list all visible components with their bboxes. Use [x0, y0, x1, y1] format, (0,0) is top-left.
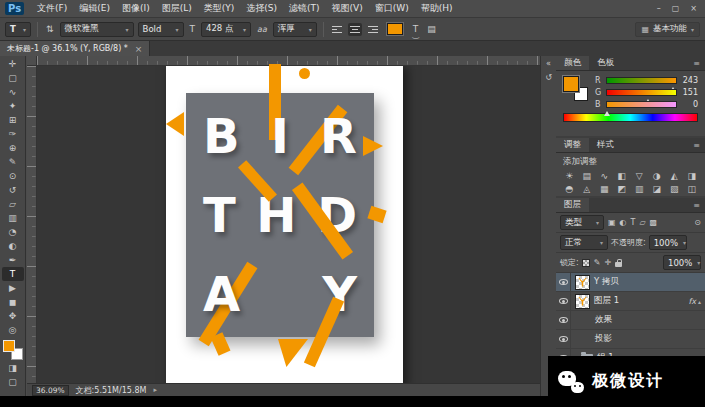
pen-tool[interactable]: ✒: [2, 253, 24, 267]
text-orientation-icon[interactable]: ⇅: [44, 24, 56, 34]
panel-menu-icon[interactable]: ≡: [688, 59, 705, 68]
path-selection-tool[interactable]: ▶: [2, 281, 24, 295]
tab-close-icon[interactable]: ×: [135, 44, 143, 54]
menu-item-2[interactable]: 编辑(E): [73, 0, 116, 17]
tool-preset-picker[interactable]: T: [5, 22, 31, 37]
font-style-select[interactable]: Bold: [138, 22, 184, 37]
layer-row[interactable]: Y 拷贝: [556, 273, 705, 292]
exposure-icon[interactable]: ◧: [614, 170, 631, 182]
text-color-swatch[interactable]: [387, 23, 403, 35]
canvas-area[interactable]: BIRTHDAY: [27, 56, 540, 383]
document-tab[interactable]: 未标题-1 @ 36.1% (Y, RGB/8) * ×: [0, 41, 150, 56]
posterize-icon[interactable]: ▥: [631, 183, 648, 195]
align-right-icon[interactable]: [366, 23, 380, 36]
layer-row[interactable]: 投影: [556, 330, 705, 349]
layer-row[interactable]: 效果: [556, 311, 705, 330]
toggle-panels-icon[interactable]: ▤: [425, 24, 438, 34]
align-left-icon[interactable]: [330, 23, 344, 36]
tab-styles[interactable]: 样式: [589, 138, 622, 152]
channel-slider[interactable]: [606, 89, 677, 96]
crop-tool[interactable]: ⊞: [2, 113, 24, 127]
lock-position-icon[interactable]: ✛: [604, 258, 611, 267]
levels-icon[interactable]: ▤: [579, 170, 596, 182]
panel-menu-icon[interactable]: ≡: [688, 141, 705, 150]
brightness-contrast-icon[interactable]: ☀: [561, 170, 578, 182]
status-arrow-icon[interactable]: ▸: [153, 386, 157, 394]
filter-adjustment-icon[interactable]: ◐: [620, 218, 627, 227]
eraser-tool[interactable]: ▱: [2, 197, 24, 211]
quick-selection-tool[interactable]: ✦: [2, 99, 24, 113]
threshold-icon[interactable]: ◪: [649, 183, 666, 195]
brush-tool[interactable]: ✎: [2, 155, 24, 169]
filter-shape-icon[interactable]: ▱: [639, 218, 645, 227]
quick-mask-icon[interactable]: ◨: [2, 361, 24, 375]
maximize-button[interactable]: ▢: [672, 4, 680, 13]
lasso-tool[interactable]: ∿: [2, 85, 24, 99]
vibrance-icon[interactable]: ▽: [631, 170, 648, 182]
warp-text-icon[interactable]: T: [410, 24, 422, 34]
menu-item-8[interactable]: 视图(V): [326, 0, 369, 17]
history-panel-icon[interactable]: ↺: [545, 73, 552, 82]
black-white-icon[interactable]: ◨: [684, 170, 701, 182]
hand-tool[interactable]: ✥: [2, 309, 24, 323]
shape-tool[interactable]: ◼: [2, 295, 24, 309]
vertical-ruler[interactable]: [27, 66, 37, 383]
align-center-icon[interactable]: [348, 23, 362, 36]
channel-mixer-icon[interactable]: ◬: [579, 183, 596, 195]
fill-select[interactable]: 100%: [663, 255, 701, 270]
menu-item-5[interactable]: 类型(Y): [198, 0, 241, 17]
invert-icon[interactable]: ◩: [614, 183, 631, 195]
color-lookup-icon[interactable]: ▦: [596, 183, 613, 195]
font-family-select[interactable]: 微软雅黑: [60, 22, 134, 37]
channel-slider[interactable]: [606, 101, 677, 108]
menu-item-7[interactable]: 滤镜(T): [283, 0, 326, 17]
tab-adjustments[interactable]: 调整: [556, 138, 589, 152]
lock-transparency-icon[interactable]: [582, 259, 590, 267]
menu-item-4[interactable]: 图层(L): [156, 0, 198, 17]
channel-slider[interactable]: [606, 77, 677, 84]
move-tool[interactable]: ✛: [2, 57, 24, 71]
menu-item-10[interactable]: 帮助(H): [415, 0, 459, 17]
foreground-color-swatch[interactable]: [563, 76, 579, 92]
panel-menu-icon[interactable]: ≡: [688, 201, 705, 210]
visibility-toggle[interactable]: [556, 273, 571, 291]
menu-item-6[interactable]: 选择(S): [240, 0, 283, 17]
clone-stamp-tool[interactable]: ⊙: [2, 169, 24, 183]
visibility-toggle[interactable]: [556, 292, 571, 310]
blur-tool[interactable]: ◔: [2, 225, 24, 239]
tab-layers[interactable]: 图层: [556, 198, 589, 212]
layer-thumbnail[interactable]: [575, 294, 590, 309]
filter-toggle-icon[interactable]: ⊙: [694, 218, 701, 227]
layer-row[interactable]: 图层 1fx: [556, 292, 705, 311]
visibility-toggle[interactable]: [556, 330, 571, 348]
selective-color-icon[interactable]: ◫: [684, 183, 701, 195]
zoom-tool[interactable]: ◎: [2, 323, 24, 337]
layer-effects-badge[interactable]: fx: [689, 297, 701, 306]
font-size-select[interactable]: 428 点: [201, 22, 251, 37]
foreground-color-swatch[interactable]: [3, 340, 15, 352]
lock-paint-icon[interactable]: ✎: [594, 258, 601, 267]
healing-brush-tool[interactable]: ⊕: [2, 141, 24, 155]
filter-smart-object-icon[interactable]: ▩: [650, 218, 658, 227]
hue-saturation-icon[interactable]: ◑: [649, 170, 666, 182]
marquee-tool[interactable]: ▢: [2, 71, 24, 85]
history-brush-tool[interactable]: ↺: [2, 183, 24, 197]
filter-type-icon[interactable]: T: [631, 218, 636, 227]
layer-thumbnail[interactable]: [575, 275, 590, 290]
workspace-switcher[interactable]: ▦ 基本功能: [635, 22, 700, 37]
opacity-select[interactable]: 100%: [649, 235, 687, 250]
close-button[interactable]: ×: [690, 4, 697, 13]
menu-item-1[interactable]: 文件(F): [31, 0, 73, 17]
visibility-toggle[interactable]: [556, 311, 571, 329]
color-spectrum-bar[interactable]: [563, 113, 698, 122]
minimize-button[interactable]: –: [657, 4, 661, 13]
screen-mode-icon[interactable]: ▢: [2, 375, 24, 389]
blend-mode-select[interactable]: 正常: [560, 235, 608, 250]
lock-all-icon[interactable]: [615, 262, 622, 267]
curves-icon[interactable]: ∿: [596, 170, 613, 182]
tab-color[interactable]: 颜色: [556, 56, 589, 70]
slider-thumb-icon[interactable]: [604, 108, 610, 116]
anti-alias-select[interactable]: 浑厚: [273, 22, 317, 37]
color-balance-icon[interactable]: ◭: [666, 170, 683, 182]
filter-pixel-icon[interactable]: ▣: [608, 218, 616, 227]
